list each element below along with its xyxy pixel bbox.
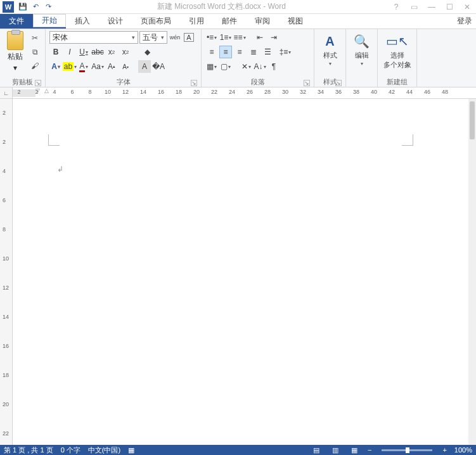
italic-button[interactable]: I xyxy=(63,46,76,58)
font-size-value: 五号 xyxy=(143,32,158,43)
vertical-ruler[interactable]: 2246810121416182022 xyxy=(0,99,13,445)
chevron-down-icon: ▾ xyxy=(13,63,17,72)
font-launcher-icon[interactable]: ↘ xyxy=(191,80,197,86)
font-color-button[interactable]: A xyxy=(77,60,90,73)
select-objects-button[interactable]: ▭↖ 选择 多个对象 xyxy=(382,31,413,70)
status-page[interactable]: 第 1 页 , 共 1 页 xyxy=(4,445,53,455)
show-marks-button[interactable]: ¶ xyxy=(267,60,280,73)
read-mode-icon[interactable]: ▤ xyxy=(311,445,322,454)
tab-layout[interactable]: 页面布局 xyxy=(132,14,180,29)
tab-mail[interactable]: 邮件 xyxy=(213,14,246,29)
align-right-button[interactable]: ≡ xyxy=(233,46,246,58)
qat-save-icon[interactable]: 💾 xyxy=(18,2,28,12)
phonetic-guide-button[interactable]: wén xyxy=(169,31,181,44)
character-border-button[interactable]: A xyxy=(183,31,195,44)
minimize-icon[interactable]: — xyxy=(425,3,438,11)
align-center-button[interactable]: ≡ xyxy=(219,46,232,58)
bullets-button[interactable]: •≡ xyxy=(205,31,218,44)
cut-icon[interactable]: ✂ xyxy=(29,32,41,44)
enclose-char-button[interactable]: �A xyxy=(152,60,165,73)
clear-formatting-icon[interactable]: ◆ xyxy=(141,46,153,58)
decrease-indent-button[interactable]: ⇤ xyxy=(254,31,266,44)
zoom-slider-thumb[interactable] xyxy=(406,447,409,453)
font-name-value: 宋体 xyxy=(53,32,68,43)
status-word-count[interactable]: 0 个字 xyxy=(61,445,80,455)
zoom-level[interactable]: 100% xyxy=(454,446,472,454)
underline-button[interactable]: U xyxy=(77,46,90,58)
grow-font-button[interactable]: A▴ xyxy=(105,60,118,73)
font-group-label: 字体 xyxy=(117,77,131,87)
shrink-font-button[interactable]: A▾ xyxy=(119,60,132,73)
text-cursor: ↲ xyxy=(57,165,63,174)
font-size-combo[interactable]: 五号▾ xyxy=(139,31,167,44)
zoom-out-button[interactable]: − xyxy=(368,446,371,454)
ruler-tick: 44 xyxy=(406,89,413,95)
styles-button[interactable]: A 样式 ▾ xyxy=(318,31,342,68)
app-icon[interactable]: W xyxy=(3,1,14,13)
tab-selector[interactable]: ∟ xyxy=(0,87,13,98)
multilevel-list-button[interactable]: ≡≡ xyxy=(233,31,246,44)
subscript-button[interactable]: x2 xyxy=(105,46,118,58)
bold-button[interactable]: B xyxy=(49,46,62,58)
sort-button[interactable]: A↓ xyxy=(254,60,266,73)
tab-home[interactable]: 开始 xyxy=(33,14,66,29)
ruler-tick: 32 xyxy=(300,89,306,95)
zoom-slider[interactable] xyxy=(382,449,432,451)
increase-indent-button[interactable]: ⇥ xyxy=(267,31,280,44)
asian-layout-button[interactable]: ✕ xyxy=(240,60,252,73)
format-painter-icon[interactable]: 🖌 xyxy=(29,60,41,72)
ruler-tick: 20 xyxy=(193,89,200,95)
distributed-button[interactable]: ☰ xyxy=(261,46,274,58)
qat-undo-icon[interactable]: ↶ xyxy=(30,2,41,12)
status-macro-icon[interactable]: ▦ xyxy=(128,446,134,454)
scrollbar-thumb[interactable] xyxy=(470,101,475,139)
ribbon-help-icon[interactable]: ? xyxy=(390,3,402,11)
status-language[interactable]: 中文(中国) xyxy=(88,445,120,455)
numbering-button[interactable]: 1≡ xyxy=(219,31,232,44)
styles-label: 样式 xyxy=(323,51,337,60)
align-left-button[interactable]: ≡ xyxy=(205,46,218,58)
print-layout-icon[interactable]: ▥ xyxy=(330,445,341,454)
ruler-tick: 6 xyxy=(3,197,6,203)
line-spacing-button[interactable]: ‡≡ xyxy=(279,46,292,58)
maximize-icon[interactable]: ☐ xyxy=(443,3,456,11)
clipboard-launcher-icon[interactable]: ↘ xyxy=(35,80,41,86)
borders-button[interactable]: ▢ xyxy=(219,60,232,73)
ruler-tick: 38 xyxy=(353,89,359,95)
editing-label: 编辑 xyxy=(355,51,369,60)
qat-redo-icon[interactable]: ↷ xyxy=(43,2,53,12)
ribbon-collapse-icon[interactable]: ▭ xyxy=(408,3,420,11)
editing-button[interactable]: 🔍 编辑 ▾ xyxy=(350,31,373,68)
ruler-tick: 12 xyxy=(3,285,9,291)
ruler-tick: 2 xyxy=(17,89,20,95)
tab-review[interactable]: 审阅 xyxy=(246,14,279,29)
tab-view[interactable]: 视图 xyxy=(279,14,312,29)
tab-insert[interactable]: 插入 xyxy=(66,14,99,29)
vertical-scrollbar[interactable] xyxy=(468,99,476,445)
zoom-in-button[interactable]: + xyxy=(442,446,446,454)
superscript-button[interactable]: x2 xyxy=(119,46,132,58)
strikethrough-button[interactable]: abc xyxy=(91,46,104,58)
tab-file[interactable]: 文件 xyxy=(0,14,33,29)
ruler-tick: 34 xyxy=(318,89,324,95)
highlight-button[interactable]: ab xyxy=(63,60,76,73)
close-icon[interactable]: ✕ xyxy=(461,3,473,11)
change-case-button[interactable]: Aa xyxy=(91,60,104,73)
web-layout-icon[interactable]: ▦ xyxy=(349,445,360,454)
char-shading-button[interactable]: A xyxy=(138,60,151,73)
font-name-combo[interactable]: 宋体▾ xyxy=(49,31,138,44)
shading-button[interactable]: ▦ xyxy=(205,60,218,73)
paste-button[interactable]: 粘贴 ▾ xyxy=(4,31,27,72)
horizontal-ruler[interactable]: ▽ △ 224681012141618202224262830323436384… xyxy=(13,87,476,98)
align-justify-button[interactable]: ≣ xyxy=(247,46,260,58)
text-effects-button[interactable]: A xyxy=(49,60,62,73)
document-canvas[interactable]: ↲ xyxy=(13,99,476,445)
sign-in-link[interactable]: 登录 xyxy=(453,14,476,29)
ruler-tick: 4 xyxy=(53,89,56,95)
ruler-tick: 26 xyxy=(247,89,253,95)
paragraph-launcher-icon[interactable]: ↘ xyxy=(304,80,310,86)
styles-launcher-icon[interactable]: ↘ xyxy=(335,80,342,86)
copy-icon[interactable]: ⧉ xyxy=(29,46,41,58)
tab-references[interactable]: 引用 xyxy=(180,14,213,29)
tab-design[interactable]: 设计 xyxy=(99,14,132,29)
